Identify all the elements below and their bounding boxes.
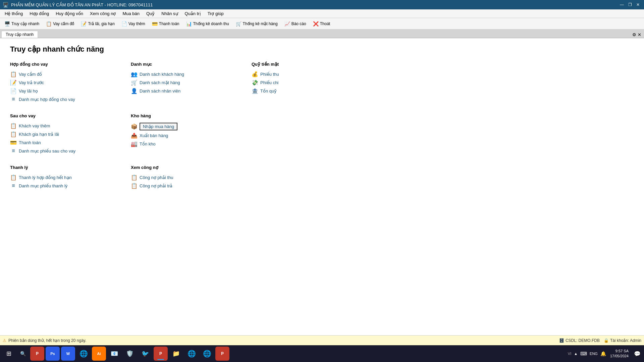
- cong-no-tra-icon: 📋: [131, 183, 138, 189]
- taskbar-app-mail[interactable]: 📧: [107, 347, 121, 361]
- taskbar-app-phanmem[interactable]: P: [154, 347, 168, 361]
- notification-button[interactable]: 💬: [633, 351, 642, 357]
- menu-nhan-su[interactable]: Nhân sự: [158, 10, 181, 17]
- menu-xem-cong-no[interactable]: Xem công nợ: [87, 10, 119, 17]
- close-button[interactable]: ✕: [635, 1, 641, 8]
- taskbar-app-shield[interactable]: 🛡️: [123, 347, 137, 361]
- clock-date: 17/05/2024: [610, 354, 629, 359]
- thanh-ly-hd-icon: 📋: [10, 174, 17, 181]
- toolbar-vay-cam-do[interactable]: 📋 Vay cầm đồ: [43, 20, 77, 28]
- cong-no-thu-icon: 📋: [131, 174, 138, 181]
- menu-mua-ban[interactable]: Mua bán: [119, 10, 143, 17]
- taskbar-app-chrome2[interactable]: 🌐: [184, 347, 199, 361]
- taskbar-app-ps[interactable]: Ps: [46, 347, 60, 361]
- vay-cam-do-icon: 📋: [46, 21, 52, 26]
- gia-han-icon: 📋: [10, 131, 17, 137]
- link-ton-quy[interactable]: 🏦 Tồn quỹ: [252, 87, 366, 95]
- clock-time: 9:57 SA: [610, 349, 629, 354]
- toolbar-thoat[interactable]: ❌ Thoát: [310, 20, 333, 28]
- link-danh-sach-mat-hang[interactable]: 🛒 Danh sách mặt hàng: [131, 78, 245, 87]
- status-message: Phiên bản dùng thử, hết hạn trong 20 ngà…: [8, 338, 86, 343]
- link-danh-muc-hop-dong-cho-vay[interactable]: ≡ Danh mục hợp đồng cho vay: [10, 95, 124, 103]
- toolbar-thong-ke-mat-hang[interactable]: 🛒 Thống kê mặt hàng: [233, 20, 281, 28]
- link-phieu-chi[interactable]: 💸 Phiếu chi: [252, 78, 366, 87]
- tab-truy-cap-nhanh[interactable]: Truy cập nhanh: [1, 31, 38, 38]
- db-icon: 🗄️: [559, 338, 564, 343]
- taskbar-app-chrome3[interactable]: 🌐: [200, 347, 214, 361]
- phieu-thu-icon: 💰: [252, 71, 258, 77]
- taskbar-app-ai[interactable]: Ai: [92, 347, 106, 361]
- menu-quy[interactable]: Quỹ: [143, 10, 158, 17]
- taskbar-app-chrome[interactable]: 🌐: [76, 347, 91, 361]
- taskbar-app-word[interactable]: W: [61, 347, 75, 361]
- status-right: 🗄️ CSDL: DEMO.FDB 🔒 Tài khoản: Admin: [559, 338, 641, 343]
- menu-hop-dong[interactable]: Hợp đồng: [26, 10, 52, 17]
- taskbar-app-1[interactable]: P: [30, 347, 44, 361]
- chevron-up-icon[interactable]: ▲: [574, 352, 578, 356]
- page-title: Truy cập nhanh chức năng: [10, 45, 634, 54]
- tab-close-icon[interactable]: ✕: [638, 32, 641, 37]
- menu-tro-giup[interactable]: Trợ giúp: [204, 10, 227, 17]
- link-khach-gia-han-tra-lai[interactable]: 📋 Khách gia hạn trả lãi: [10, 130, 124, 138]
- start-button[interactable]: ⊞: [2, 347, 15, 360]
- search-button[interactable]: 🔍: [17, 348, 29, 360]
- vay-lai-ho-icon: 📄: [10, 88, 17, 94]
- section-thanh-ly: Thanh lý 📋 Thanh lý hợp đồng hết hạn ≡ D…: [10, 165, 124, 190]
- toolbar-truy-cap-nhanh[interactable]: 🖥️ Truy cập nhanh: [1, 20, 42, 28]
- link-thanh-ly-hop-dong-het-han[interactable]: 📋 Thanh lý hợp đồng hết hạn: [10, 173, 124, 182]
- link-cong-no-phai-thu[interactable]: 📋 Công nợ phải thu: [131, 173, 245, 182]
- section-title-kho-hang: Kho hàng: [131, 113, 245, 118]
- link-danh-muc-phieu-sau-cho-vay[interactable]: ≡ Danh mục phiếu sau cho vay: [10, 147, 124, 155]
- tab-filter-icon[interactable]: ⚙: [632, 32, 636, 37]
- app-icon: 🖥️: [3, 2, 8, 7]
- khach-vay-them-icon: 📋: [10, 123, 17, 129]
- toolbar-thong-ke-doanh-thu[interactable]: 📊 Thống kê doanh thu: [183, 20, 232, 28]
- keyboard-icon[interactable]: ⌨: [580, 351, 587, 356]
- link-danh-muc-phieu-thanh-ly[interactable]: ≡ Danh mục phiếu thanh lý: [10, 182, 124, 190]
- link-xuat-ban-hang[interactable]: 📤 Xuất bán hàng: [131, 131, 245, 140]
- toolbar-tra-lai-gia-han[interactable]: 📝 Trả lãi, gia hạn: [78, 20, 118, 28]
- toolbar-thanh-toan[interactable]: 💳 Thanh toán: [149, 20, 182, 28]
- mat-hang-icon: 🛒: [131, 79, 138, 86]
- db-label: CSDL: DEMO.FDB: [566, 338, 600, 343]
- menu-quan-tri[interactable]: Quản trị: [181, 10, 204, 17]
- section-title-thanh-ly: Thanh lý: [10, 165, 124, 170]
- restore-button[interactable]: ❐: [627, 1, 633, 8]
- menu-huy-dong-von[interactable]: Huy động vốn: [52, 10, 87, 17]
- link-danh-sach-nhan-vien[interactable]: 👤 Danh sách nhân viên: [131, 87, 245, 95]
- link-thanh-toan[interactable]: 💳 Thanh toán: [10, 138, 124, 147]
- link-khach-vay-them[interactable]: 📋 Khách vay thêm: [10, 122, 124, 130]
- link-nhap-mua-hang[interactable]: 📦 Nhập mua hàng: [131, 122, 245, 131]
- section-title-sau-cho-vay: Sau cho vay: [10, 113, 124, 118]
- taskbar-app-folder[interactable]: 📁: [169, 347, 183, 361]
- thanh-toan-icon: 💳: [152, 21, 158, 26]
- taskbar-app-bird[interactable]: 🐦: [138, 347, 152, 361]
- link-vay-lai-ho[interactable]: 📄 Vay lãi họ: [10, 87, 124, 95]
- tab-label: Truy cập nhanh: [6, 32, 34, 37]
- tab-bar: Truy cập nhanh ⚙ ✕: [0, 29, 644, 38]
- thong-ke-dt-icon: 📊: [186, 21, 192, 26]
- dm-phieu-scv-icon: ≡: [10, 148, 17, 154]
- section-title-xem-cong-no: Xem công nợ: [131, 165, 245, 170]
- link-vay-tra-truoc[interactable]: 📝 Vay trả trước: [10, 78, 124, 87]
- nhap-mua-hang-icon: 📦: [131, 123, 138, 130]
- phieu-chi-icon: 💸: [252, 79, 258, 86]
- menu-he-thong[interactable]: Hệ thống: [1, 10, 26, 17]
- link-ton-kho[interactable]: 🏭 Tồn kho: [131, 140, 245, 148]
- notify-icon[interactable]: 🔔: [600, 351, 606, 356]
- section-hop-dong-cho-vay: Hợp đồng cho vay 📋 Vay cầm đồ 📝 Vay trả …: [10, 62, 124, 103]
- vay-tra-truoc-icon: 📝: [10, 79, 17, 86]
- toolbar-bao-cao[interactable]: 📈 Báo cáo: [281, 20, 309, 28]
- toolbar-vay-them[interactable]: 📄 Vay thêm: [118, 20, 148, 28]
- main-content: Truy cập nhanh chức năng Hợp đồng cho va…: [0, 38, 644, 335]
- minimize-button[interactable]: —: [619, 1, 625, 8]
- section-sau-cho-vay: Sau cho vay 📋 Khách vay thêm 📋 Khách gia…: [10, 113, 124, 155]
- db-info: 🗄️ CSDL: DEMO.FDB: [559, 338, 600, 343]
- link-cong-no-phai-tra[interactable]: 📋 Công nợ phải trả: [131, 182, 245, 190]
- link-vay-cam-do[interactable]: 📋 Vay cầm đồ: [10, 70, 124, 78]
- taskbar-app-p2[interactable]: P: [215, 347, 229, 361]
- link-danh-sach-khach-hang[interactable]: 👥 Danh sách khách hàng: [131, 70, 245, 78]
- section-empty-2: [252, 165, 366, 190]
- link-phieu-thu[interactable]: 💰 Phiếu thu: [252, 70, 366, 78]
- taskbar-clock[interactable]: 9:57 SA 17/05/2024: [607, 349, 631, 359]
